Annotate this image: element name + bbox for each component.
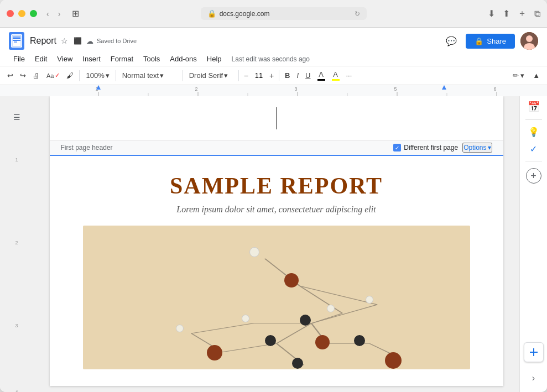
tasks-icon[interactable]: ✓ bbox=[530, 144, 537, 154]
increase-font-button[interactable]: + bbox=[267, 70, 276, 81]
share-button[interactable]: 🔒 Share bbox=[466, 34, 515, 49]
node-light-2 bbox=[327, 305, 335, 312]
undo-button[interactable]: ↩ bbox=[4, 70, 16, 81]
close-button[interactable] bbox=[7, 10, 14, 17]
address-bar[interactable]: 🔒 docs.google.com ↻ bbox=[201, 7, 367, 20]
margin-number-3: 3 bbox=[15, 323, 18, 328]
share-label: Share bbox=[487, 37, 506, 45]
doc-canvas[interactable]: First page header ✓ Different first page… bbox=[33, 96, 519, 392]
doc-page-top[interactable] bbox=[50, 96, 503, 140]
chevron-right-icon[interactable]: › bbox=[532, 373, 535, 383]
options-chevron: ▾ bbox=[488, 144, 491, 151]
node-brown-2 bbox=[315, 335, 330, 349]
diff-first-page-checkbox[interactable]: ✓ bbox=[393, 144, 401, 151]
zoom-chevron: ▾ bbox=[106, 71, 110, 80]
calendar-icon[interactable]: 📅 bbox=[528, 101, 540, 113]
doc-page: First page header ✓ Different first page… bbox=[50, 96, 503, 386]
share-browser-icon[interactable]: ⬆ bbox=[503, 8, 510, 19]
browser-actions: ⬇ ⬆ ＋ ⧉ bbox=[488, 8, 540, 19]
decrease-font-button[interactable]: − bbox=[242, 70, 251, 81]
text-color-button[interactable]: A bbox=[315, 69, 328, 82]
docs-header: Report ☆ ⬛ ☁ Saved to Drive 💬 🔒 Share Fi… bbox=[0, 28, 547, 96]
node-dark-1 bbox=[300, 315, 311, 326]
floating-action-button[interactable] bbox=[524, 342, 544, 362]
text-color-indicator bbox=[317, 79, 325, 81]
menu-bar: File Edit View Insert Format Tools Add-o… bbox=[0, 52, 547, 66]
menu-edit[interactable]: Edit bbox=[30, 53, 51, 65]
font-selector[interactable]: Droid Serif ▾ bbox=[186, 70, 236, 81]
node-brown-1 bbox=[284, 273, 299, 288]
separator-4 bbox=[238, 70, 239, 81]
svg-text:6: 6 bbox=[493, 86, 496, 92]
new-tab-icon[interactable]: ＋ bbox=[518, 8, 527, 19]
download-icon[interactable]: ⬇ bbox=[488, 8, 495, 19]
node-light-5 bbox=[176, 325, 184, 332]
avatar[interactable] bbox=[520, 32, 538, 50]
node-dark-3 bbox=[354, 335, 365, 346]
italic-button[interactable]: I bbox=[294, 70, 301, 81]
font-size-value[interactable]: 11 bbox=[251, 70, 267, 81]
margin-number-2: 2 bbox=[15, 240, 18, 245]
doc-subtitle[interactable]: Lorem ipsum dolor sit amet, consectetuer… bbox=[83, 205, 470, 215]
svg-point-5 bbox=[526, 35, 533, 42]
menu-help[interactable]: Help bbox=[202, 53, 226, 65]
windows-icon[interactable]: ⧉ bbox=[534, 9, 540, 19]
text-cursor bbox=[276, 107, 277, 129]
toolbar-right: ✏ ▾ ▲ bbox=[508, 70, 543, 81]
svg-line-32 bbox=[191, 323, 253, 333]
forward-button[interactable]: › bbox=[55, 8, 64, 19]
doc-title-group: Report ☆ ⬛ ☁ Saved to Drive bbox=[30, 35, 137, 46]
menu-file[interactable]: File bbox=[9, 53, 29, 65]
docs-logo bbox=[9, 32, 24, 50]
doc-side-icon: ☰ bbox=[13, 113, 20, 122]
header-strip: First page header ✓ Different first page… bbox=[50, 140, 503, 156]
bold-button[interactable]: B bbox=[282, 70, 293, 81]
spellcheck-button[interactable]: Aa✓ bbox=[44, 70, 62, 81]
print-button[interactable]: 🖨 bbox=[30, 70, 43, 81]
svg-line-30 bbox=[277, 323, 311, 343]
doc-titlebar: Report ☆ ⬛ ☁ Saved to Drive 💬 🔒 Share bbox=[0, 28, 547, 52]
svg-line-28 bbox=[311, 305, 377, 323]
sidebar-divider bbox=[525, 119, 542, 120]
zoom-selector[interactable]: 100% ▾ bbox=[82, 70, 112, 81]
underline-button[interactable]: U bbox=[303, 70, 313, 81]
diff-first-page-option: ✓ Different first page bbox=[393, 144, 458, 151]
lock-icon: 🔒 bbox=[475, 37, 483, 45]
doc-body[interactable]: SAMPLE REPORT Lorem ipsum dolor sit amet… bbox=[50, 156, 503, 386]
redo-button[interactable]: ↪ bbox=[17, 70, 29, 81]
menu-tools[interactable]: Tools bbox=[139, 53, 164, 65]
doc-image[interactable] bbox=[83, 226, 470, 369]
more-options-button[interactable]: ··· bbox=[343, 70, 355, 81]
doc-main-title[interactable]: SAMPLE REPORT bbox=[83, 173, 470, 199]
menu-format[interactable]: Format bbox=[106, 53, 138, 65]
last-edit-text[interactable]: Last edit was seconds ago bbox=[232, 55, 310, 63]
move-button[interactable]: ⬛ bbox=[72, 36, 83, 46]
header-options-button[interactable]: Options ▾ bbox=[462, 143, 492, 153]
menu-view[interactable]: View bbox=[53, 53, 77, 65]
node-dark-2 bbox=[265, 335, 276, 346]
keep-icon[interactable]: 💡 bbox=[528, 127, 539, 137]
paint-format-button[interactable]: 🖌 bbox=[64, 70, 76, 81]
doc-title[interactable]: Report bbox=[30, 35, 56, 46]
node-brown-4 bbox=[385, 352, 402, 369]
highlight-button[interactable]: A bbox=[329, 69, 342, 82]
comments-button[interactable]: 💬 bbox=[442, 33, 460, 50]
back-button[interactable]: ‹ bbox=[44, 8, 52, 19]
header-options: ✓ Different first page Options ▾ bbox=[393, 143, 492, 153]
svg-text:3: 3 bbox=[294, 86, 297, 92]
minimize-button[interactable] bbox=[18, 10, 25, 17]
text-style-selector[interactable]: Normal text ▾ bbox=[119, 70, 180, 81]
star-button[interactable]: ☆ bbox=[60, 35, 69, 46]
add-sidebar-button[interactable]: + bbox=[526, 168, 541, 184]
menu-addons[interactable]: Add-ons bbox=[165, 53, 201, 65]
sidebar-toggle-button[interactable]: ⊞ bbox=[72, 8, 79, 19]
node-brown-3 bbox=[207, 345, 222, 360]
left-margin: ☰ 1 2 3 4 bbox=[0, 96, 33, 392]
collapse-toolbar-button[interactable]: ▲ bbox=[530, 70, 543, 81]
style-chevron: ▾ bbox=[160, 71, 164, 80]
editing-mode-button[interactable]: ✏ ▾ bbox=[508, 70, 529, 81]
docs-logo-inner bbox=[11, 34, 22, 48]
maximize-button[interactable] bbox=[30, 10, 37, 17]
menu-insert[interactable]: Insert bbox=[78, 53, 105, 65]
pencil-icon: ✏ bbox=[513, 71, 519, 80]
